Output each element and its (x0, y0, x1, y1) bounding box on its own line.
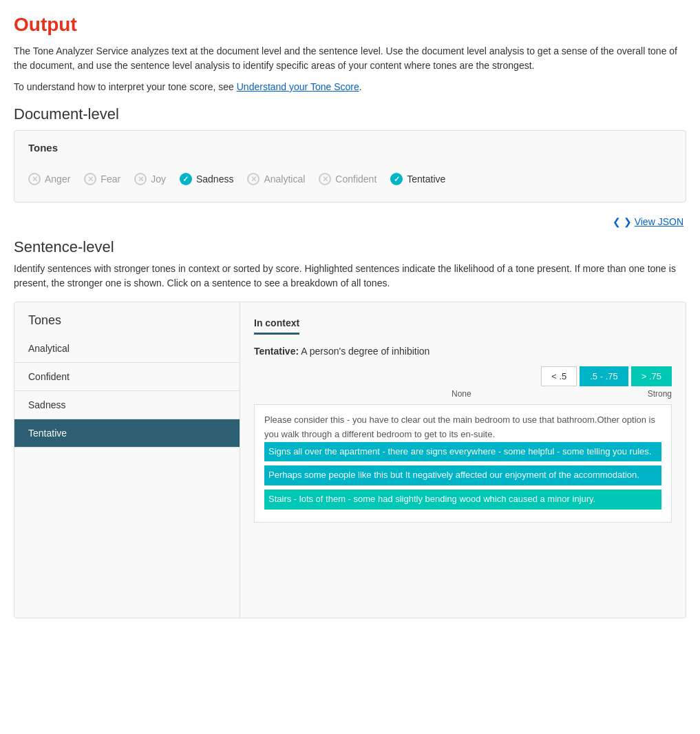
document-tones-label: Tones (28, 142, 672, 154)
fear-chip-icon: ✕ (84, 173, 96, 185)
sentence-5[interactable]: Stairs - lots of them - some had slightl… (264, 490, 661, 510)
joy-chip-icon: ✕ (134, 173, 147, 185)
page-title: Output (14, 14, 686, 36)
sidebar-item-sadness[interactable]: Sadness (14, 391, 240, 419)
tab-bar: In context (254, 313, 672, 335)
tone-bold: Tentative: (254, 346, 299, 357)
tone-chip-confident[interactable]: ✕Confident (319, 173, 376, 185)
sidebar-item-analytical[interactable]: Analytical (14, 335, 240, 363)
tab-in-context[interactable]: In context (254, 313, 299, 335)
confident-chip-icon: ✕ (319, 173, 331, 185)
confident-chip-label: Confident (335, 174, 376, 185)
view-json-row: ❮ ❯ View JSON (14, 216, 686, 227)
sidebar-item-confident[interactable]: Confident (14, 363, 240, 391)
tone-chip-joy[interactable]: ✕Joy (134, 173, 166, 185)
document-level-box: Tones ✕Anger✕Fear✕Joy✓Sadness✕Analytical… (14, 130, 686, 202)
anger-chip-label: Anger (45, 174, 70, 185)
tone-chip-anger[interactable]: ✕Anger (28, 173, 70, 185)
sentence-level-title: Sentence-level (14, 238, 686, 256)
analytical-chip-icon: ✕ (247, 173, 259, 185)
sidebar: Tones AnalyticalConfidentSadnessTentativ… (14, 302, 240, 618)
chevron-left-icon: ❮ (613, 216, 621, 227)
tone-active-description: Tentative: A person's degree of inhibiti… (254, 346, 672, 357)
tone-desc-text: A person's degree of inhibition (299, 346, 429, 357)
sadness-chip-icon: ✓ (180, 173, 192, 185)
sentence-1[interactable]: Please consider this - you have to clear… (264, 415, 597, 425)
tone-chip-sadness[interactable]: ✓Sadness (180, 173, 233, 185)
legend-strong: Strong (648, 389, 672, 399)
sentences-container[interactable]: Please consider this - you have to clear… (254, 404, 672, 523)
tone-score-description: To understand how to interpret your tone… (14, 80, 686, 94)
sentence-description: Identify sentences with stronger tones i… (14, 262, 686, 291)
sentence-4[interactable]: Perhaps some people like this but It neg… (264, 465, 661, 485)
legend-none: None (452, 389, 471, 399)
tone-score-link[interactable]: Understand your Tone Score (237, 81, 359, 92)
analytical-chip-label: Analytical (264, 174, 305, 185)
score-legend-row: < .5.5 - .75> .75 (254, 366, 672, 386)
sidebar-items-container: AnalyticalConfidentSadnessTentative (14, 335, 240, 448)
main-panel: In context Tentative: A person's degree … (240, 302, 686, 618)
tone-chips-container: ✕Anger✕Fear✕Joy✓Sadness✕Analytical✕Confi… (28, 167, 672, 191)
sidebar-tones-label: Tones (14, 302, 240, 335)
description-text: The Tone Analyzer Service analyzes text … (14, 44, 686, 73)
score-btn-mid[interactable]: .5 - .75 (580, 366, 628, 386)
sentence-level-box: Tones AnalyticalConfidentSadnessTentativ… (14, 302, 686, 618)
joy-chip-label: Joy (151, 174, 166, 185)
tentative-chip-label: Tentative (407, 174, 445, 185)
score-btn-high[interactable]: > .75 (631, 366, 672, 386)
score-btn-low[interactable]: < .5 (541, 366, 577, 386)
none-strong-row: None Strong (452, 389, 672, 399)
fear-chip-label: Fear (100, 174, 120, 185)
tone-chip-tentative[interactable]: ✓Tentative (390, 173, 445, 185)
tone-chip-analytical[interactable]: ✕Analytical (247, 173, 305, 185)
tone-chip-fear[interactable]: ✕Fear (84, 173, 120, 185)
chevron-right-icon: ❯ (624, 216, 632, 227)
view-json-link[interactable]: View JSON (635, 216, 683, 227)
sidebar-item-tentative[interactable]: Tentative (14, 419, 240, 448)
anger-chip-icon: ✕ (28, 173, 41, 185)
tentative-chip-icon: ✓ (390, 173, 403, 185)
document-level-title: Document-level (14, 105, 686, 123)
sentence-3[interactable]: Signs all over the apartment - there are… (264, 442, 661, 462)
sadness-chip-label: Sadness (196, 174, 233, 185)
